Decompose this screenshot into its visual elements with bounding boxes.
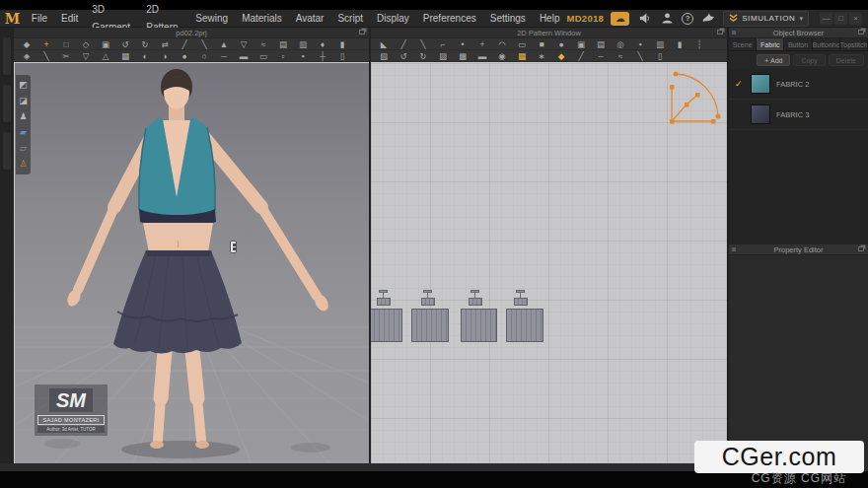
toolbar-icon-edit-sewing-tool[interactable]: ↻ bbox=[413, 50, 433, 62]
toolbar-icon-flip-pattern-tool[interactable]: ▬ bbox=[472, 50, 492, 62]
waistband-piece[interactable] bbox=[469, 298, 482, 306]
toolbar-icon-soften-tool[interactable]: ▭ bbox=[253, 50, 273, 62]
toolbar-icon-show-fabric-toggle[interactable]: ▦ bbox=[512, 50, 532, 62]
toolbar-icon-sewing-free-tool[interactable]: ╲ bbox=[194, 38, 214, 50]
toolbar-icon-untack-tool[interactable]: △ bbox=[96, 50, 115, 62]
toolbar-icon-internal-polygon-tool[interactable]: ▣ bbox=[571, 38, 591, 50]
add-fabric-button[interactable]: + Add bbox=[757, 54, 790, 66]
object-browser-tab-tab-button[interactable]: Button bbox=[784, 38, 812, 50]
toolbar-icon-add-pin-tool[interactable]: + bbox=[36, 38, 56, 50]
menu-item-menu-display[interactable]: Display bbox=[370, 10, 416, 28]
viewport-tool-icon-show-garment-toggle[interactable]: ◩ bbox=[17, 79, 30, 92]
toolbar-icon-tack-on-avatar-tool[interactable]: ▽ bbox=[76, 50, 96, 62]
fabric-list-item-fabric-3[interactable]: ✓ FABRIC 3 bbox=[729, 100, 868, 130]
pattern-canvas[interactable] bbox=[371, 62, 727, 463]
toolbar-icon-edit-point-tool[interactable]: ╲ bbox=[413, 38, 433, 50]
toolbar-icon-simulate-tool[interactable]: ◈ bbox=[17, 50, 36, 62]
toolbar-icon-steam-area-tool[interactable]: ○ bbox=[194, 50, 214, 62]
toolbar-icon-measure-tool[interactable]: ▮ bbox=[332, 38, 352, 50]
toolbar-icon-freeze-tool[interactable]: ▪ bbox=[293, 50, 313, 62]
toolbar-icon-grading-tool[interactable]: ┆ bbox=[689, 38, 709, 50]
toolbar-icon-stitch-display-tool[interactable]: ┄ bbox=[591, 50, 611, 62]
panel-piece[interactable] bbox=[506, 309, 543, 342]
waistband-piece[interactable] bbox=[514, 298, 528, 306]
object-browser-tab-tab-topstitch[interactable]: Topstitch bbox=[840, 38, 868, 50]
simulation-dropdown[interactable]: SIMULATION ▾ bbox=[723, 11, 809, 27]
panel-piece[interactable] bbox=[461, 309, 497, 342]
viewport-tool-icon-show-avatar-toggle[interactable]: ♟ bbox=[17, 110, 30, 123]
toolbar-icon-guide-tool[interactable]: ▯ bbox=[650, 50, 670, 62]
waistband-piece[interactable] bbox=[377, 298, 391, 306]
toolbar-icon-edit-pattern-tool[interactable]: ◇ bbox=[76, 38, 96, 50]
viewport-tool-icon-arrangement-toggle[interactable]: ▱ bbox=[17, 142, 30, 155]
toolbar-icon-stiffen-tool[interactable]: ▬ bbox=[234, 50, 253, 62]
toolbar-icon-pressure-in-tool[interactable]: ◐ bbox=[135, 50, 155, 62]
object-browser-tab-tab-buttonhole[interactable]: Buttonhole bbox=[813, 38, 840, 50]
toolbar-icon-fold-arrangement-tool[interactable]: ▲ bbox=[214, 38, 234, 50]
toolbar-icon-pin-drag-tool[interactable]: ╲ bbox=[36, 50, 56, 62]
window-control-button-minimize-button[interactable]: — bbox=[820, 13, 832, 25]
viewport-3d[interactable]: ◩◪♟▰▱♙ SM SAJAD MONTAZERI Author, 3d Art… bbox=[14, 62, 369, 463]
toolbar-icon-fabric-texture-tool[interactable]: ▦ bbox=[115, 50, 135, 62]
menu-item-menu-file[interactable]: File bbox=[25, 10, 54, 28]
toolbar-icon-grid-snap-tool[interactable]: ┼ bbox=[313, 50, 332, 62]
toolbar-icon-sewing-segment-tool[interactable]: ╱ bbox=[175, 38, 194, 50]
toolbar-icon-mn-sewing-tool[interactable]: ▨ bbox=[433, 50, 453, 62]
toolbar-icon-show-avatar-2d-toggle[interactable]: ◉ bbox=[492, 50, 512, 62]
menu-item-menu-materials[interactable]: Materials bbox=[235, 10, 289, 28]
toolbar-icon-add-point-tool[interactable]: + bbox=[472, 38, 492, 50]
popout-window-icon[interactable] bbox=[858, 246, 864, 251]
toolbar-icon-rectangle-tool[interactable]: ■ bbox=[532, 38, 551, 50]
toolbar-icon-rotate-right-tool[interactable]: ↻ bbox=[135, 38, 155, 50]
toolbar-icon-edit-curve-point-tool[interactable]: • bbox=[453, 38, 472, 50]
window-control-button-close-button[interactable]: × bbox=[849, 13, 862, 25]
menu-item-menu-settings[interactable]: Settings bbox=[483, 10, 533, 28]
toolbar-icon-sync-garment-tool[interactable]: ♦ bbox=[313, 38, 332, 50]
toolbar-icon-select-mesh-tool[interactable]: ▫ bbox=[273, 50, 293, 62]
viewport-tool-icon-avatar-skin-toggle[interactable]: ♙ bbox=[17, 158, 30, 171]
object-browser-header[interactable]: Object Browser bbox=[729, 28, 868, 38]
toolbar-icon-pen-tool[interactable]: ╱ bbox=[571, 50, 591, 62]
toolbar-icon-notch-tool[interactable]: ╲ bbox=[630, 50, 650, 62]
property-editor-header[interactable]: Property Editor bbox=[729, 244, 868, 255]
toolbar-icon-rotate-left-tool[interactable]: ↺ bbox=[115, 38, 135, 50]
toolbar-icon-texture-editor-toggle[interactable]: ◆ bbox=[551, 50, 571, 62]
toolbar-icon-rectangle-select-tool[interactable]: □ bbox=[56, 38, 76, 50]
speaker-icon[interactable] bbox=[636, 11, 652, 27]
toolbar-icon-wave-seam-tool[interactable]: ≈ bbox=[611, 50, 630, 62]
toolbar-icon-pleats-tool[interactable]: ▥ bbox=[650, 38, 670, 50]
toolbar-icon-pressure-out-tool[interactable]: ◑ bbox=[155, 50, 175, 62]
panel-menu-icon[interactable] bbox=[732, 31, 736, 35]
toolbar-icon-polygon-tool[interactable]: ▭ bbox=[512, 38, 532, 50]
waistband-piece[interactable] bbox=[421, 298, 435, 306]
toolbar-icon-arrangement-points-tool[interactable]: ▤ bbox=[273, 38, 293, 50]
object-browser-tab-tab-fabric[interactable]: Fabric bbox=[757, 38, 784, 50]
toolbar-icon-fold-sewing-tool[interactable]: ▩ bbox=[453, 50, 472, 62]
panel-piece[interactable] bbox=[371, 309, 402, 342]
pattern-piece-skirt-panel-2[interactable] bbox=[411, 290, 449, 342]
toolbar-icon-detail-tool[interactable]: ▯ bbox=[332, 50, 352, 62]
toolbar-icon-trace-tool[interactable]: ◠ bbox=[492, 38, 512, 50]
panel-menu-icon[interactable] bbox=[732, 247, 736, 251]
toolbar-icon-pattern-config-tool[interactable]: ∗ bbox=[532, 50, 551, 62]
toolbar-icon-seam-allowance-tool[interactable]: ▮ bbox=[670, 38, 689, 50]
pattern-piece-skirt-panel-3[interactable] bbox=[461, 290, 497, 342]
menu-item-menu-sewing[interactable]: Sewing bbox=[188, 10, 235, 28]
collapsed-panel-strip[interactable] bbox=[0, 28, 14, 463]
menu-item-menu-edit[interactable]: Edit bbox=[54, 10, 85, 28]
toolbar-icon-wind-tool[interactable]: ≈ bbox=[253, 38, 273, 50]
menu-item-menu-help[interactable]: Help bbox=[533, 10, 567, 28]
toolbar-icon-free-sewing-tool[interactable]: ↺ bbox=[394, 50, 413, 62]
toolbar-icon-internal-rectangle-tool[interactable]: ▤ bbox=[591, 38, 611, 50]
window-control-button-restore-button[interactable]: □ bbox=[834, 13, 847, 25]
project-tab[interactable]: pd02.2prj bbox=[14, 28, 369, 38]
toolbar-icon-unfold-tool[interactable]: ▽ bbox=[234, 38, 253, 50]
pattern-window-header[interactable]: 2D Pattern Window bbox=[371, 28, 727, 38]
toolbar-icon-avatar-tape-tool[interactable]: ▥ bbox=[293, 38, 313, 50]
popout-window-icon[interactable] bbox=[359, 30, 365, 35]
toolbar-icon-open-garment-tool[interactable]: ▣ bbox=[96, 38, 115, 50]
selected-pattern-outline[interactable] bbox=[663, 67, 724, 130]
toolbar-icon-swap-pair-tool[interactable]: ⇄ bbox=[155, 38, 175, 50]
pattern-piece-skirt-panel-1[interactable] bbox=[371, 290, 402, 342]
pin-gizmo[interactable] bbox=[230, 241, 237, 253]
